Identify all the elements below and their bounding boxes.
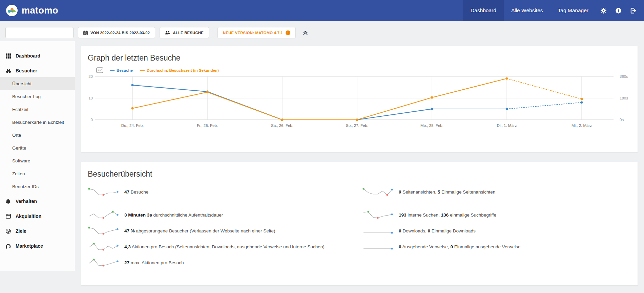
segment-button[interactable]: ALLE BESUCHE bbox=[160, 27, 209, 38]
sidebar-item-orte[interactable]: Orte bbox=[0, 129, 75, 141]
svg-text:20: 20 bbox=[88, 74, 93, 78]
sparkline[interactable] bbox=[88, 242, 120, 252]
search-input[interactable] bbox=[11, 30, 71, 35]
svg-text:Do., 24. Feb.: Do., 24. Feb. bbox=[121, 123, 144, 128]
sidebar-item-benutzer-ids[interactable]: Benutzer IDs bbox=[0, 180, 75, 193]
graph-widget-title: Graph der letzten Besuche bbox=[81, 46, 638, 63]
users-icon bbox=[165, 30, 170, 35]
svg-text:Mo., 28. Feb.: Mo., 28. Feb. bbox=[420, 123, 443, 128]
metric-text: 47 Besuche bbox=[124, 189, 148, 195]
metric-row: 0 Ausgehende Verweise, 0 Einmalige ausge… bbox=[362, 239, 638, 254]
search-box[interactable] bbox=[5, 27, 74, 38]
sidebar-item-akquisition[interactable]: Akquisition bbox=[0, 210, 75, 223]
date-range-label: VON 2022-02-24 BIS 2022-03-02 bbox=[90, 31, 150, 35]
sidebar-item-besucherkarte-in-echtzeit[interactable]: Besucherkarte in Echtzeit bbox=[0, 116, 75, 129]
metric-text: 0 Ausgehende Verweise, 0 Einmalige ausge… bbox=[399, 244, 521, 249]
sparkline[interactable] bbox=[88, 210, 120, 220]
metric-row: 9 Seitenansichten, 5 Einmalige Seitenans… bbox=[362, 184, 638, 200]
sidebar-item-ziele[interactable]: Ziele bbox=[0, 225, 75, 238]
sidebar-item-label: Besucher bbox=[16, 68, 37, 73]
metric-text: 3 Minuten 3s durchschnittliche Aufenthal… bbox=[124, 212, 223, 218]
visitor-overview-widget: Besucherübersicht 47 Besuche3 Minuten 3s… bbox=[81, 162, 638, 286]
metric-row: 193 interne Suchen, 136 einmalige Suchbe… bbox=[362, 207, 638, 223]
svg-text:Di., 1. März: Di., 1. März bbox=[497, 123, 517, 128]
metric-text: 9 Seitenansichten, 5 Einmalige Seitenans… bbox=[399, 189, 495, 195]
toolbar: VON 2022-02-24 BIS 2022-03-02 ALLE BESUC… bbox=[0, 21, 644, 38]
svg-text:Sa., 26. Feb.: Sa., 26. Feb. bbox=[271, 123, 293, 128]
svg-text:180s: 180s bbox=[620, 96, 628, 100]
svg-text:0: 0 bbox=[91, 118, 93, 122]
gear-icon bbox=[600, 7, 607, 14]
metric-text: 193 interne Suchen, 136 einmalige Suchbe… bbox=[399, 212, 496, 218]
sidebar-item-zeiten[interactable]: Zeiten bbox=[0, 167, 75, 180]
alert-circle-icon bbox=[286, 30, 290, 35]
logout-button[interactable] bbox=[626, 7, 641, 14]
sparkline[interactable] bbox=[362, 210, 394, 220]
bag-icon bbox=[6, 244, 11, 249]
double-chevron-up-icon bbox=[303, 30, 308, 35]
sparkline[interactable] bbox=[362, 226, 394, 236]
legend-swatch: — bbox=[110, 68, 115, 73]
update-label: NEUE VERSION: MATOMO 4.7.1 bbox=[223, 31, 283, 35]
svg-text:Fr., 25. Feb.: Fr., 25. Feb. bbox=[197, 123, 218, 128]
sidebar-item-label: Verhalten bbox=[16, 199, 37, 204]
sparkline[interactable] bbox=[88, 187, 120, 197]
sidebar-item-marketplace[interactable]: Marketplace bbox=[0, 240, 75, 252]
sparkline[interactable] bbox=[362, 187, 394, 197]
legend-label: Besuche bbox=[117, 68, 133, 72]
topnav-tab-dashboard[interactable]: Dashboard bbox=[463, 0, 504, 21]
grid-icon bbox=[6, 53, 11, 59]
info-icon bbox=[615, 7, 622, 14]
main-content: Graph der letzten Besuche —Besuche—Durch… bbox=[75, 41, 644, 286]
metric-row: 4,3 Aktionen pro Besuch (Seitenansichten… bbox=[88, 239, 362, 254]
sparkline[interactable] bbox=[88, 257, 120, 268]
sidebar-item-label: Ziele bbox=[16, 228, 26, 234]
matomo-logo-icon bbox=[5, 4, 18, 17]
metric-text: 27 max. Aktionen pro Besuch bbox=[124, 260, 184, 265]
svg-text:0s: 0s bbox=[620, 118, 624, 122]
sparkline[interactable] bbox=[362, 242, 394, 252]
sparkline[interactable] bbox=[88, 226, 120, 236]
matomo-logo[interactable]: matomo bbox=[5, 4, 58, 17]
sidebar-item-geraete[interactable]: Geräte bbox=[0, 141, 75, 154]
sidebar-item-verhalten[interactable]: Verhalten bbox=[0, 195, 75, 208]
export-chart-button[interactable] bbox=[96, 67, 103, 73]
sidebar-item-label: Marketplace bbox=[16, 243, 43, 249]
sidebar-item-software[interactable]: Software bbox=[0, 154, 75, 167]
svg-text:360s: 360s bbox=[620, 74, 628, 78]
top-nav: DashboardAlle WebsitesTag Manager bbox=[463, 0, 596, 21]
signout-icon bbox=[630, 7, 637, 14]
sidebar: DashboardBesucherÜbersichtBesucher-LogEc… bbox=[0, 41, 75, 271]
metric-text: 0 Downloads, 0 Einmalige Downloads bbox=[399, 228, 476, 233]
overview-columns: 47 Besuche3 Minuten 3s durchschnittliche… bbox=[81, 184, 638, 271]
help-button[interactable] bbox=[611, 7, 626, 14]
visits-graph-widget: Graph der letzten Besuche —Besuche—Durch… bbox=[81, 46, 638, 152]
visits-line-chart[interactable]: 00s10180s20360sDo., 24. Feb.Fr., 25. Feb… bbox=[81, 74, 638, 131]
date-range-button[interactable]: VON 2022-02-24 BIS 2022-03-02 bbox=[78, 27, 155, 38]
svg-text:Mi., 2. März: Mi., 2. März bbox=[572, 123, 592, 128]
sidebar-item-uebersicht[interactable]: Übersicht bbox=[0, 77, 75, 90]
sidebar-item-besucher[interactable]: Besucher bbox=[0, 64, 75, 77]
legend-swatch: — bbox=[140, 68, 145, 73]
metric-text: 4,3 Aktionen pro Besuch (Seitenansichten… bbox=[124, 244, 325, 249]
metric-row: 47 Besuche bbox=[88, 184, 362, 200]
topnav-tab-tag-manager[interactable]: Tag Manager bbox=[550, 0, 596, 21]
brand-name: matomo bbox=[22, 5, 58, 16]
settings-button[interactable] bbox=[596, 7, 611, 14]
legend-item: —Durchschn. Besuchszeit (in Sekunden) bbox=[140, 68, 219, 73]
metric-row: 47 % abgesprungene Besucher (Verlassen d… bbox=[88, 223, 362, 239]
sidebar-item-echtzeit[interactable]: Echtzeit bbox=[0, 103, 75, 116]
metric-row: 27 max. Aktionen pro Besuch bbox=[88, 255, 362, 270]
sidebar-item-label: Akquisition bbox=[16, 213, 41, 219]
topnav-tab-alle-websites[interactable]: Alle Websites bbox=[504, 0, 550, 21]
overview-right-column: 9 Seitenansichten, 5 Einmalige Seitenans… bbox=[362, 184, 638, 271]
sidebar-item-dashboard[interactable]: Dashboard bbox=[0, 49, 75, 62]
legend-item: —Besuche bbox=[110, 68, 133, 73]
svg-text:So., 27. Feb.: So., 27. Feb. bbox=[346, 123, 368, 128]
update-notification-button[interactable]: NEUE VERSION: MATOMO 4.7.1 bbox=[217, 27, 296, 38]
sidebar-item-label: Dashboard bbox=[16, 53, 40, 59]
binoculars-icon bbox=[6, 68, 11, 73]
bell-icon bbox=[6, 199, 11, 204]
sidebar-item-besucher-log[interactable]: Besucher-Log bbox=[0, 90, 75, 103]
collapse-toolbar-button[interactable] bbox=[301, 27, 310, 38]
